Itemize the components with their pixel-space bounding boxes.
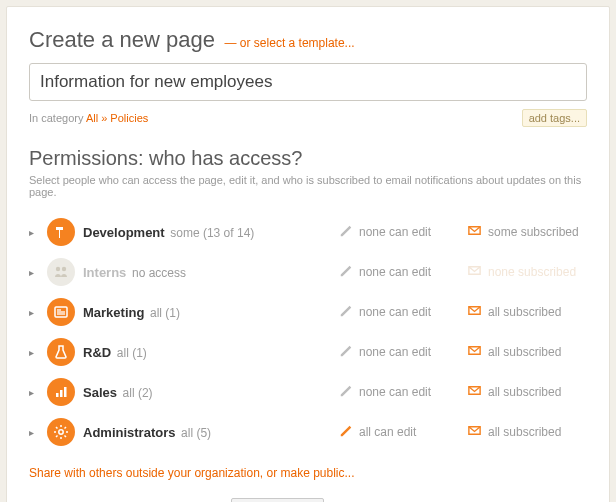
pencil-icon	[339, 344, 353, 361]
envelope-icon	[467, 423, 482, 441]
group-access: all (2)	[123, 386, 153, 400]
edit-label: none can edit	[359, 225, 431, 239]
edit-permission[interactable]: all can edit	[339, 424, 459, 441]
subscribe-label: all subscribed	[488, 385, 561, 399]
group-name: Interns	[83, 265, 126, 280]
group-name-col[interactable]: R&D all (1)	[83, 345, 331, 360]
group-access: all (5)	[181, 426, 211, 440]
in-category-label: In category	[29, 112, 83, 124]
subscribe-permission[interactable]: all subscribed	[467, 303, 587, 321]
subscribe-permission[interactable]: all subscribed	[467, 383, 587, 401]
group-name: Sales	[83, 385, 117, 400]
group-avatar-icon	[47, 378, 75, 406]
svg-line-17	[65, 427, 67, 429]
group-name-col[interactable]: Marketing all (1)	[83, 305, 331, 320]
edit-permission[interactable]: none can edit	[339, 264, 459, 281]
group-avatar-icon	[47, 298, 75, 326]
edit-label: none can edit	[359, 265, 431, 279]
svg-line-14	[56, 427, 58, 429]
edit-permission[interactable]: none can edit	[339, 384, 459, 401]
group-name: R&D	[83, 345, 111, 360]
edit-permission[interactable]: none can edit	[339, 304, 459, 321]
expand-icon[interactable]: ▸	[29, 387, 39, 398]
breadcrumb-all[interactable]: All	[86, 112, 98, 124]
svg-rect-8	[64, 387, 67, 397]
group-access: all (1)	[150, 306, 180, 320]
edit-label: none can edit	[359, 345, 431, 359]
svg-line-15	[65, 436, 67, 438]
group-name-col[interactable]: Administrators all (5)	[83, 425, 331, 440]
permissions-list: ▸Development some (13 of 14)none can edi…	[29, 212, 587, 452]
svg-rect-6	[56, 393, 59, 397]
group-avatar-icon	[47, 258, 75, 286]
group-avatar-icon	[47, 418, 75, 446]
page-name-input[interactable]	[29, 63, 587, 101]
pencil-icon	[339, 424, 353, 441]
group-name: Marketing	[83, 305, 144, 320]
subscribe-permission[interactable]: none subscribed	[467, 263, 587, 281]
svg-point-9	[59, 430, 63, 434]
permissions-title: Permissions: who has access?	[29, 147, 587, 170]
select-template-link[interactable]: — or select a template...	[225, 36, 355, 50]
envelope-icon	[467, 223, 482, 241]
group-name: Development	[83, 225, 165, 240]
permission-row: ▸Marketing all (1)none can editall subsc…	[29, 292, 587, 332]
subscribe-permission[interactable]: all subscribed	[467, 423, 587, 441]
edit-permission[interactable]: none can edit	[339, 344, 459, 361]
create-page-panel: Create a new page — or select a template…	[6, 6, 610, 502]
action-row: Create Page or cancel	[29, 498, 587, 502]
group-access: all (1)	[117, 346, 147, 360]
breadcrumb-current[interactable]: Policies	[110, 112, 148, 124]
permission-row: ▸Interns no accessnone can editnone subs…	[29, 252, 587, 292]
envelope-icon	[467, 263, 482, 281]
group-access: some (13 of 14)	[170, 226, 254, 240]
expand-icon[interactable]: ▸	[29, 427, 39, 438]
pencil-icon	[339, 304, 353, 321]
svg-rect-7	[60, 390, 63, 397]
expand-icon[interactable]: ▸	[29, 227, 39, 238]
subscribe-label: some subscribed	[488, 225, 579, 239]
create-page-button[interactable]: Create Page	[231, 498, 324, 502]
title-row: Create a new page — or select a template…	[29, 27, 587, 53]
edit-label: all can edit	[359, 425, 416, 439]
group-avatar-icon	[47, 218, 75, 246]
envelope-icon	[467, 303, 482, 321]
group-name-col[interactable]: Development some (13 of 14)	[83, 225, 331, 240]
subscribe-permission[interactable]: some subscribed	[467, 223, 587, 241]
group-name: Administrators	[83, 425, 175, 440]
expand-icon[interactable]: ▸	[29, 347, 39, 358]
subscribe-label: all subscribed	[488, 425, 561, 439]
breadcrumb-sep: »	[101, 112, 107, 124]
pencil-icon	[339, 224, 353, 241]
subscribe-label: none subscribed	[488, 265, 576, 279]
group-name-col[interactable]: Sales all (2)	[83, 385, 331, 400]
group-access: no access	[132, 266, 186, 280]
subscribe-label: all subscribed	[488, 345, 561, 359]
envelope-icon	[467, 383, 482, 401]
group-name-col[interactable]: Interns no access	[83, 265, 331, 280]
pencil-icon	[339, 264, 353, 281]
group-avatar-icon	[47, 338, 75, 366]
subscribe-label: all subscribed	[488, 305, 561, 319]
edit-label: none can edit	[359, 385, 431, 399]
share-external-link[interactable]: Share with others outside your organizat…	[29, 466, 355, 480]
svg-point-0	[56, 267, 60, 271]
envelope-icon	[467, 343, 482, 361]
svg-point-1	[62, 267, 66, 271]
page-title: Create a new page	[29, 27, 215, 52]
svg-line-16	[56, 436, 58, 438]
edit-permission[interactable]: none can edit	[339, 224, 459, 241]
meta-row: In category All » Policies add tags...	[29, 109, 587, 127]
expand-icon[interactable]: ▸	[29, 267, 39, 278]
permission-row: ▸Sales all (2)none can editall subscribe…	[29, 372, 587, 412]
expand-icon[interactable]: ▸	[29, 307, 39, 318]
subscribe-permission[interactable]: all subscribed	[467, 343, 587, 361]
pencil-icon	[339, 384, 353, 401]
permission-row: ▸Administrators all (5)all can editall s…	[29, 412, 587, 452]
permissions-subtitle: Select people who can access the page, e…	[29, 174, 587, 198]
edit-label: none can edit	[359, 305, 431, 319]
breadcrumb: In category All » Policies	[29, 112, 148, 124]
add-tags-button[interactable]: add tags...	[522, 109, 587, 127]
permission-row: ▸Development some (13 of 14)none can edi…	[29, 212, 587, 252]
permission-row: ▸R&D all (1)none can editall subscribed	[29, 332, 587, 372]
